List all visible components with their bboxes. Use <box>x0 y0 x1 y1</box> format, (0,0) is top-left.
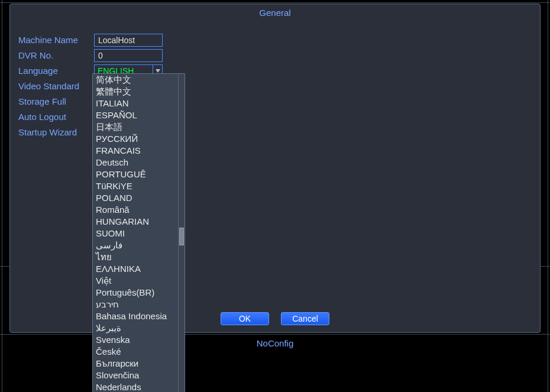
language-label: Language <box>18 66 94 76</box>
language-option[interactable]: Български <box>93 358 178 370</box>
language-option[interactable]: ITALIAN <box>93 98 178 109</box>
language-option[interactable]: Nederlands <box>93 381 178 392</box>
video-standard-label: Video Standard <box>18 81 94 91</box>
storage-full-label: Storage Full <box>18 96 94 106</box>
language-option[interactable]: Slovenčina <box>93 370 178 381</box>
language-option[interactable]: Svenska <box>93 334 178 346</box>
language-option[interactable]: ESPAÑOL <box>93 109 178 121</box>
language-option[interactable]: HUNGARIAN <box>93 216 178 228</box>
startup-wizard-label: Startup Wizard <box>18 127 94 137</box>
general-settings-dialog: General Machine Name DVR No. Language EN… <box>9 4 541 333</box>
dvr-no-label: DVR No. <box>18 50 94 60</box>
cancel-button[interactable]: Cancel <box>281 312 329 325</box>
language-option[interactable]: SUOMI <box>93 228 178 239</box>
language-option[interactable]: Việt <box>93 275 178 287</box>
machine-name-input[interactable] <box>94 34 163 47</box>
machine-name-label: Machine Name <box>18 35 94 45</box>
language-dropdown: 简体中文繁體中文ITALIANESPAÑOL日本語РУССКИЙFRANCAIS… <box>92 73 185 392</box>
language-option[interactable]: ةيبرعلا <box>93 322 178 334</box>
language-option[interactable]: PORTUGUÊ <box>93 169 178 180</box>
scrollbar-thumb[interactable] <box>179 228 184 245</box>
dropdown-scrollbar[interactable] <box>178 74 185 392</box>
noconfig-text: NoConfig <box>0 338 550 348</box>
language-option[interactable]: חירבע <box>93 299 178 310</box>
language-option[interactable]: Bahasa Indonesia <box>93 310 178 322</box>
language-option[interactable]: فارسی <box>93 239 178 251</box>
dialog-title: General <box>10 8 540 18</box>
language-option[interactable]: České <box>93 346 178 358</box>
language-option[interactable]: РУССКИЙ <box>93 133 178 145</box>
language-option[interactable]: TüRKiYE <box>93 180 178 192</box>
language-option[interactable]: Deutsch <box>93 157 178 169</box>
ok-button[interactable]: OK <box>221 312 269 325</box>
language-option[interactable]: Română <box>93 204 178 216</box>
language-option[interactable]: Português(BR) <box>93 287 178 299</box>
language-option[interactable]: 繁體中文 <box>93 86 178 98</box>
language-option[interactable]: ไทย <box>93 251 178 263</box>
language-option[interactable]: 简体中文 <box>93 74 178 86</box>
language-option[interactable]: ΕΛΛΗΝΙΚΑ <box>93 263 178 275</box>
language-option[interactable]: 日本語 <box>93 121 178 133</box>
dvr-no-input[interactable] <box>94 49 163 62</box>
auto-logout-label: Auto Logout <box>18 112 94 122</box>
language-dropdown-list: 简体中文繁體中文ITALIANESPAÑOL日本語РУССКИЙFRANCAIS… <box>93 74 178 392</box>
language-option[interactable]: FRANCAIS <box>93 145 178 157</box>
language-option[interactable]: POLAND <box>93 192 178 204</box>
